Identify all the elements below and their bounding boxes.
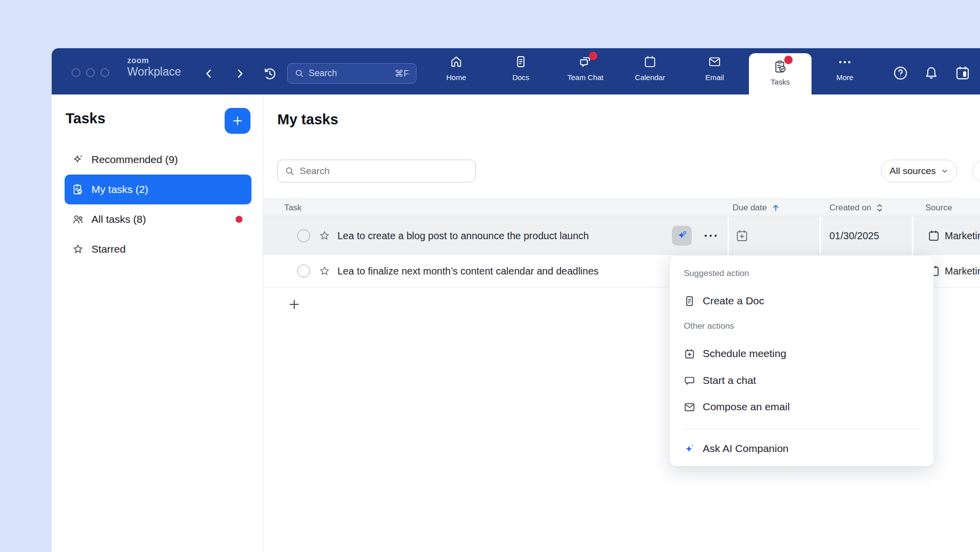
window-minimize-button[interactable]: [86, 68, 95, 77]
docs-icon: [514, 55, 528, 70]
column-header-source: Source: [925, 198, 952, 217]
my-tasks-clipboard-icon: [72, 183, 84, 196]
cell-divider: [728, 216, 729, 255]
column-header-due-date[interactable]: Due date: [733, 198, 781, 217]
task-complete-toggle[interactable]: [297, 265, 310, 277]
add-due-date-button[interactable]: [735, 228, 749, 243]
nav-tab-tasks-active[interactable]: Tasks: [749, 53, 812, 94]
chevron-left-icon: [202, 67, 216, 81]
brand-workplace-text: Workplace: [127, 65, 181, 78]
chevron-right-icon: [233, 67, 247, 81]
help-icon: [892, 65, 909, 82]
created-on-value: 01/30/2025: [829, 230, 879, 242]
calendar-icon: [927, 229, 940, 242]
sparkle-icon: [72, 153, 84, 166]
team-chat-icon: [578, 55, 593, 70]
sidebar-item-my-tasks[interactable]: My tasks (2): [65, 175, 251, 204]
menu-item-create-doc[interactable]: Create a Doc: [677, 290, 927, 312]
top-navbar: zoom Workplace: [52, 48, 980, 94]
forward-button[interactable]: [233, 67, 247, 81]
menu-item-compose-email[interactable]: Compose an email: [677, 396, 927, 418]
source-filter-dropdown[interactable]: All sources: [881, 160, 957, 183]
tasks-badge: [784, 56, 793, 64]
new-task-button[interactable]: [225, 108, 250, 134]
content-area: Tasks Recommended (9): [52, 94, 980, 552]
task-title: Lea to create a blog post to announce th…: [337, 230, 589, 242]
task-complete-toggle[interactable]: [297, 229, 310, 242]
calendar-plus-icon: [735, 228, 749, 243]
clipped-filter-button[interactable]: [973, 160, 980, 183]
menu-item-ask-ai-companion[interactable]: Ask AI Companion: [677, 438, 927, 460]
calendar-panel-button[interactable]: [954, 65, 971, 82]
team-chat-badge: [589, 52, 597, 60]
ai-companion-icon: [683, 443, 696, 455]
tasks-sidebar: Tasks Recommended (9): [52, 94, 263, 552]
calendar-icon: [643, 55, 657, 70]
app-window: zoom Workplace: [52, 48, 980, 552]
cell-divider: [819, 216, 821, 255]
nav-tab-more[interactable]: More: [817, 55, 872, 82]
popup-divider: [684, 429, 920, 429]
nav-tab-calendar[interactable]: Calendar: [623, 55, 677, 82]
calendar-panel-icon: [954, 65, 971, 82]
cell-divider: [912, 216, 913, 255]
popup-section-label: Other actions: [684, 321, 734, 331]
sort-toggle-icon[interactable]: [875, 202, 884, 213]
star-toggle[interactable]: [318, 229, 331, 242]
more-dots-icon: [837, 55, 852, 70]
task-row-1[interactable]: Lea to create a blog post to announce th…: [263, 216, 980, 255]
all-tasks-badge: [236, 216, 243, 223]
source-cell: Marketing: [927, 265, 980, 277]
chat-icon: [683, 374, 696, 387]
tasks-icon: [773, 59, 788, 74]
star-icon: [72, 243, 84, 256]
task-search-field[interactable]: [277, 160, 476, 183]
zoom-workplace-logo: zoom Workplace: [127, 56, 181, 78]
window-zoom-button[interactable]: [100, 68, 109, 77]
bell-icon: [923, 65, 940, 82]
plus-icon: [231, 114, 244, 127]
help-button[interactable]: [892, 65, 909, 82]
sidebar-item-all-tasks[interactable]: All tasks (8): [65, 204, 251, 234]
sidebar-title: Tasks: [66, 110, 105, 127]
task-search-input[interactable]: [300, 166, 468, 177]
nav-tab-docs[interactable]: Docs: [493, 55, 548, 82]
chevron-down-icon: [941, 167, 949, 175]
menu-item-schedule-meeting[interactable]: Schedule meeting: [677, 343, 927, 365]
column-header-created-on[interactable]: Created on: [829, 198, 884, 217]
nav-tab-team-chat[interactable]: Team Chat: [558, 55, 613, 82]
people-icon: [72, 213, 84, 226]
table-header: Task Due date Created on: [263, 198, 980, 216]
plus-icon: [287, 297, 302, 311]
sidebar-item-starred[interactable]: Starred: [65, 234, 251, 264]
history-button[interactable]: [262, 66, 278, 82]
sidebar-item-recommended[interactable]: Recommended (9): [65, 145, 251, 175]
window-controls: [72, 68, 109, 77]
menu-item-start-chat[interactable]: Start a chat: [677, 369, 927, 391]
page-title: My tasks: [277, 111, 338, 128]
nav-tab-email[interactable]: Email: [687, 55, 742, 82]
star-toggle[interactable]: [318, 265, 331, 277]
ai-sparkle-icon: [675, 229, 689, 243]
back-button[interactable]: [202, 67, 216, 81]
window-close-button[interactable]: [72, 68, 81, 77]
ai-companion-action-button[interactable]: [672, 226, 692, 246]
calendar-plus-icon: [683, 348, 696, 360]
search-icon: [285, 166, 295, 176]
task-actions-popup: Suggested action Create a Doc Other acti…: [669, 255, 934, 466]
email-icon: [683, 401, 696, 413]
add-task-button[interactable]: [287, 297, 302, 312]
nav-tab-home[interactable]: Home: [429, 55, 484, 82]
desktop-background: zoom Workplace: [0, 0, 980, 552]
notifications-button[interactable]: [923, 65, 940, 82]
row-more-actions-button[interactable]: [703, 228, 723, 243]
global-search-placeholder: Search: [309, 68, 395, 79]
email-icon: [708, 55, 722, 70]
column-header-task: Task: [284, 198, 302, 217]
global-search-bar[interactable]: Search ⌘F: [287, 63, 416, 84]
task-title: Lea to finalize next month’s content cal…: [337, 266, 599, 277]
search-icon: [295, 69, 304, 78]
sort-arrow-up-icon[interactable]: [771, 203, 781, 213]
source-cell: Marketing: [927, 229, 980, 242]
brand-zoom-text: zoom: [127, 56, 181, 65]
